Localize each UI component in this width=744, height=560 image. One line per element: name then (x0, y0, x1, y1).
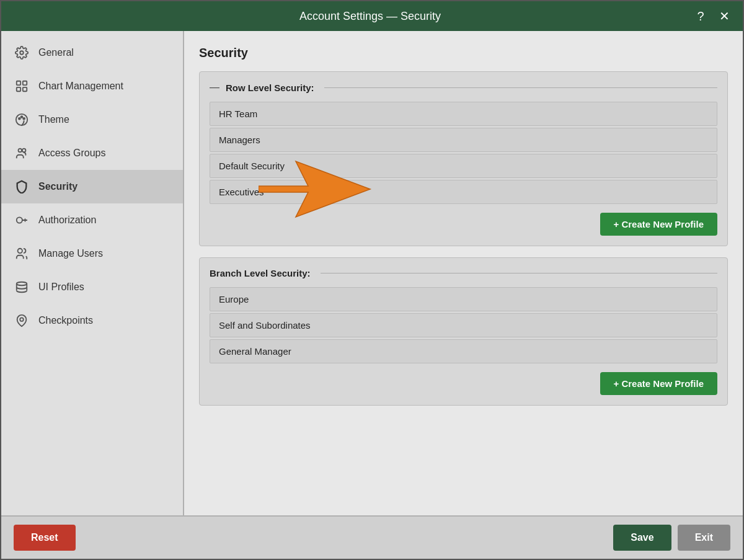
svg-point-8 (23, 118, 25, 120)
content-area: Security — Row Level Security: HR Team M… (184, 31, 743, 515)
svg-point-10 (22, 149, 25, 153)
sidebar-item-authorization-label: Authorization (38, 215, 96, 226)
list-item[interactable]: HR Team (210, 102, 717, 126)
footer: Reset Save Exit (1, 515, 743, 559)
row-level-security-label: Row Level Security: (226, 82, 314, 93)
list-item[interactable]: Default Security (210, 154, 717, 178)
svg-point-0 (20, 51, 24, 55)
sidebar-item-access-groups[interactable]: Access Groups (1, 136, 183, 170)
branch-level-profile-list: Europe Self and Subordinates General Man… (210, 287, 717, 363)
branch-level-footer: + Create New Profile (210, 372, 717, 395)
row-level-footer: + Create New Profile (210, 213, 717, 236)
sidebar-item-ui-profiles[interactable]: UI Profiles (1, 270, 183, 304)
svg-rect-3 (17, 87, 20, 91)
svg-point-11 (17, 217, 22, 223)
sidebar-item-security-label: Security (38, 181, 78, 192)
row-level-security-section: — Row Level Security: HR Team Managers D… (199, 71, 728, 246)
sidebar: General Chart Management (1, 31, 184, 515)
reset-button[interactable]: Reset (14, 525, 76, 551)
row-level-security-header: — Row Level Security: (210, 82, 717, 93)
row-level-collapse-btn[interactable]: — (210, 82, 219, 93)
key-icon (14, 212, 30, 228)
row-level-create-profile-button[interactable]: + Create New Profile (600, 213, 717, 236)
manage-users-icon (14, 246, 30, 262)
branch-level-create-profile-button[interactable]: + Create New Profile (600, 372, 717, 395)
list-item[interactable]: Self and Subordinates (210, 313, 717, 337)
sidebar-item-general-label: General (38, 47, 74, 58)
app-window: Account Settings — Security ? ✕ General (0, 0, 744, 560)
layers-icon (14, 279, 30, 295)
sidebar-item-access-groups-label: Access Groups (38, 148, 105, 159)
sidebar-item-authorization[interactable]: Authorization (1, 203, 183, 237)
sidebar-item-theme-label: Theme (38, 114, 69, 125)
close-button[interactable]: ✕ (715, 7, 733, 25)
title-bar: Account Settings — Security ? ✕ (1, 1, 743, 31)
page-title: Security (199, 46, 728, 60)
sidebar-item-general[interactable]: General (1, 36, 183, 69)
list-item[interactable]: Managers (210, 128, 717, 152)
svg-point-14 (20, 318, 24, 321)
list-item[interactable]: Executives (210, 180, 717, 204)
sidebar-item-checkpoints-label: Checkpoints (38, 315, 93, 326)
save-button[interactable]: Save (613, 525, 671, 551)
sidebar-item-chart-management[interactable]: Chart Management (1, 69, 183, 103)
svg-point-12 (18, 249, 22, 253)
sidebar-item-security[interactable]: Security (1, 170, 183, 203)
sidebar-item-checkpoints[interactable]: Checkpoints (1, 304, 183, 337)
palette-icon (14, 112, 30, 128)
exit-button[interactable]: Exit (678, 525, 730, 551)
sidebar-item-chart-management-label: Chart Management (38, 81, 123, 92)
svg-point-9 (19, 149, 22, 153)
window-title: Account Settings — Security (48, 10, 692, 23)
list-item[interactable]: Europe (210, 287, 717, 311)
branch-level-security-label: Branch Level Security: (210, 268, 311, 278)
sidebar-item-manage-users-label: Manage Users (38, 248, 103, 259)
help-button[interactable]: ? (692, 7, 709, 25)
svg-rect-4 (23, 87, 27, 91)
branch-level-security-header: Branch Level Security: (210, 268, 717, 278)
row-level-profile-list: HR Team Managers Default Security Execut… (210, 102, 717, 204)
main-area: General Chart Management (1, 31, 743, 515)
list-item[interactable]: General Manager (210, 339, 717, 363)
row-level-divider (324, 87, 717, 88)
sidebar-item-ui-profiles-label: UI Profiles (38, 282, 84, 293)
gear-icon (14, 45, 30, 61)
chart-icon (14, 78, 30, 94)
svg-point-13 (17, 282, 27, 286)
access-groups-icon (14, 145, 30, 161)
footer-right: Save Exit (613, 525, 730, 551)
svg-point-7 (21, 116, 23, 118)
svg-rect-2 (23, 81, 27, 85)
sidebar-item-manage-users[interactable]: Manage Users (1, 237, 183, 270)
shield-icon (14, 179, 30, 195)
sidebar-item-theme[interactable]: Theme (1, 103, 183, 136)
svg-point-6 (19, 118, 20, 120)
title-bar-actions: ? ✕ (692, 7, 733, 25)
branch-level-security-section: Branch Level Security: Europe Self and S… (199, 257, 728, 406)
branch-level-divider (321, 273, 717, 273)
pin-icon (14, 313, 30, 329)
svg-rect-1 (17, 81, 20, 85)
